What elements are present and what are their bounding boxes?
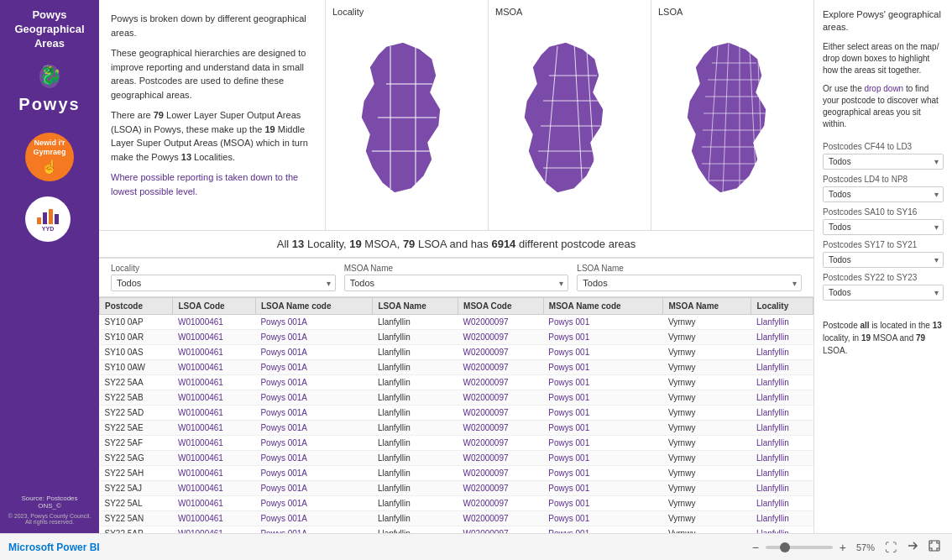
lsoa-dropdown-group: LSOA Name Todos [577, 264, 802, 291]
filter-dropdown-3[interactable]: Todos [823, 252, 944, 268]
filter-dropdown-wrapper-4[interactable]: Todos [823, 285, 944, 301]
filter-dropdown-1[interactable]: Todos [823, 186, 944, 202]
newid-button[interactable]: Newid i'r Gymraeg ☝ [25, 133, 74, 181]
table-cell: Powys 001A [255, 436, 372, 451]
filter-dropdown-wrapper-0[interactable]: Todos [823, 154, 944, 170]
table-cell: Powys 001A [255, 481, 372, 496]
msoa-dropdown-wrapper[interactable]: Todos [344, 275, 569, 291]
powys-dragon-icon: 🐉 [34, 60, 65, 92]
table-cell: W01000461 [173, 360, 255, 375]
table-cell: W02000097 [458, 451, 544, 466]
filter-dropdown-wrapper-1[interactable]: Todos [823, 186, 944, 202]
filter-dropdown-4[interactable]: Todos [823, 285, 944, 301]
filter-section-4: Postcodes SY22 to SY23Todos [823, 273, 944, 301]
table-cell: Vyrnwy [663, 315, 751, 330]
table-cell: W01000461 [173, 466, 255, 481]
svg-rect-4 [49, 209, 53, 224]
table-cell: Vyrnwy [663, 375, 751, 390]
lsoa-map-svg[interactable] [658, 20, 807, 223]
table-cell: W01000461 [173, 390, 255, 406]
info-para3: There are 79 Lower Layer Super Output Ar… [111, 108, 313, 164]
table-cell: W01000461 [173, 375, 255, 390]
bottom-bar: Microsoft Power BI − + 57% ⛶ [0, 533, 952, 560]
zoom-level: 57% [853, 542, 878, 552]
maps-container: Locality MSOA [326, 0, 813, 230]
svg-text:🐉: 🐉 [39, 64, 62, 86]
summary-row: All 13 Locality, 19 MSOA, 79 LSOA and ha… [99, 231, 813, 259]
table-cell: SY22 5AP [100, 526, 173, 534]
table-cell: W02000097 [458, 375, 544, 390]
lsoa-dropdown-wrapper[interactable]: Todos [577, 275, 802, 291]
table-cell: Llanfyllin [373, 330, 458, 345]
filter-section-1: Postcodes LD4 to NP8Todos [823, 175, 944, 202]
table-cell: Llanfyllin [751, 466, 813, 481]
table-cell: Vyrnwy [663, 466, 751, 481]
table-cell: Llanfyllin [373, 360, 458, 375]
msoa-map-svg[interactable] [495, 20, 644, 223]
table-cell: Powys 001A [255, 375, 372, 390]
locality-map-card: Locality [326, 0, 489, 230]
table-cell: Llanfyllin [751, 375, 813, 390]
table-cell: Llanfyllin [751, 421, 813, 436]
table-cell: Llanfyllin [751, 330, 813, 345]
table-row: SY22 5APW01000461Powys 001ALlanfyllinW02… [100, 526, 813, 534]
msoa-map-card: MSOA [489, 0, 651, 230]
table-cell: Llanfyllin [751, 511, 813, 526]
table-row: SY22 5AGW01000461Powys 001ALlanfyllinW02… [100, 451, 813, 466]
table-cell: Llanfyllin [373, 345, 458, 360]
table-row: SY10 0AWW01000461Powys 001ALlanfyllinW02… [100, 360, 813, 375]
table-row: SY22 5AJW01000461Powys 001ALlanfyllinW02… [100, 481, 813, 496]
info-description: Powys is broken down by different geogra… [99, 0, 326, 230]
zoom-out-button[interactable]: − [749, 539, 762, 556]
filter-dropdown-wrapper-3[interactable]: Todos [823, 252, 944, 268]
zoom-in-button[interactable]: + [836, 539, 850, 556]
table-cell: SY22 5AB [100, 390, 173, 406]
table-row: SY22 5AEW01000461Powys 001ALlanfyllinW02… [100, 421, 813, 436]
table-cell: Powys 001 [543, 481, 663, 496]
table-cell: Llanfyllin [373, 421, 458, 436]
table-cell: Powys 001 [543, 451, 663, 466]
filter-dropdown-2[interactable]: Todos [823, 219, 944, 235]
expand-button[interactable] [925, 538, 944, 556]
filter-label-1: Postcodes LD4 to NP8 [823, 175, 944, 184]
filter-dropdown-0[interactable]: Todos [823, 154, 944, 170]
table-cell: Llanfyllin [751, 390, 813, 406]
table-cell: Powys 001A [255, 421, 372, 436]
table-row: SY22 5ABW01000461Powys 001ALlanfyllinW02… [100, 390, 813, 406]
table-cell: Powys 001A [255, 451, 372, 466]
locality-map-svg[interactable] [332, 20, 481, 223]
lsoa-dropdown-label: LSOA Name [577, 264, 802, 273]
bar-chart-icon [35, 206, 60, 226]
table-cell: W02000097 [458, 436, 544, 451]
data-table-wrapper[interactable]: Postcode LSOA Code LSOA Name code LSOA N… [99, 297, 813, 533]
locality-dropdown[interactable]: Todos [111, 275, 336, 291]
filter-dropdown-wrapper-2[interactable]: Todos [823, 219, 944, 235]
postcode-result: Postcode all is located in the 13 locali… [823, 319, 944, 357]
power-bi-brand[interactable]: Microsoft Power BI [8, 542, 100, 553]
table-row: SY22 5ALW01000461Powys 001ALlanfyllinW02… [100, 496, 813, 511]
right-panel-desc1: Either select areas on the map/ drop dow… [823, 41, 944, 76]
col-postcode: Postcode [100, 298, 173, 315]
msoa-count: 19 [349, 238, 361, 250]
table-cell: W01000461 [173, 451, 255, 466]
table-cell: Powys 001 [543, 345, 663, 360]
table-cell: Vyrnwy [663, 390, 751, 406]
table-cell: Powys 001A [255, 511, 372, 526]
share-button[interactable] [903, 538, 922, 556]
fullscreen-button[interactable]: ⛶ [881, 539, 900, 556]
sidebar-logo: Powys [18, 95, 80, 114]
locality-dropdown-wrapper[interactable]: Todos [111, 275, 336, 291]
table-row: SY22 5AFW01000461Powys 001ALlanfyllinW02… [100, 436, 813, 451]
lsoa-dropdown[interactable]: Todos [577, 275, 802, 291]
table-row: SY22 5AHW01000461Powys 001ALlanfyllinW02… [100, 466, 813, 481]
table-cell: SY22 5AG [100, 451, 173, 466]
zoom-slider[interactable] [766, 546, 833, 549]
svg-rect-2 [37, 217, 41, 224]
table-cell: Vyrnwy [663, 451, 751, 466]
filter-section-2: Postcodes SA10 to SY16Todos [823, 207, 944, 235]
table-cell: Llanfyllin [751, 451, 813, 466]
zoom-controls: − + 57% ⛶ [749, 538, 944, 556]
table-cell: Llanfyllin [373, 436, 458, 451]
msoa-dropdown[interactable]: Todos [344, 275, 569, 291]
table-cell: W02000097 [458, 360, 544, 375]
